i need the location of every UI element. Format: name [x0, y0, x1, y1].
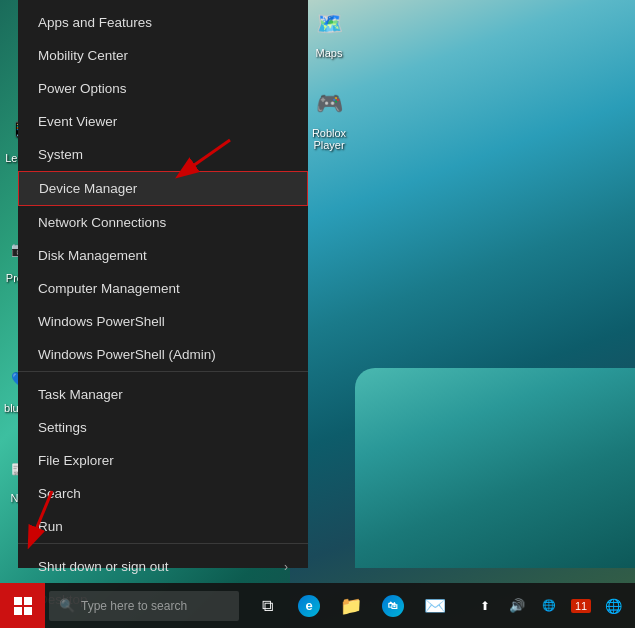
mail-icon: ✉️	[424, 595, 446, 617]
tray-icon-1[interactable]: ⬆	[471, 592, 499, 620]
menu-item-label-computer-management: Computer Management	[38, 281, 180, 296]
menu-item-label-disk-management: Disk Management	[38, 248, 147, 263]
store-icon: 🛍	[382, 595, 404, 617]
menu-item-mobility-center[interactable]: Mobility Center	[18, 39, 308, 72]
windows-logo-icon	[14, 597, 32, 615]
menu-item-label-device-manager: Device Manager	[39, 181, 137, 196]
menu-item-label-system: System	[38, 147, 83, 162]
tray-sound-icon[interactable]: 🔊	[503, 592, 531, 620]
sound-icon: 🔊	[509, 598, 525, 613]
search-bar[interactable]: 🔍 Type here to search	[49, 591, 239, 621]
menu-item-shut-down-sign-out[interactable]: Shut down or sign out›	[18, 550, 308, 583]
search-icon: 🔍	[59, 598, 75, 613]
tray-icon-shape-1: ⬆	[480, 599, 490, 613]
context-menu: Apps and FeaturesMobility CenterPower Op…	[18, 0, 308, 568]
folder-icon: 📁	[340, 595, 362, 617]
pool-decoration	[355, 368, 635, 568]
system-tray: ⬆ 🔊 🌐 11 🌐	[471, 592, 635, 620]
mail-taskbar-icon[interactable]: ✉️	[415, 583, 455, 628]
menu-item-label-run: Run	[38, 519, 63, 534]
menu-item-search[interactable]: Search	[18, 477, 308, 510]
menu-item-computer-management[interactable]: Computer Management	[18, 272, 308, 305]
search-placeholder: Type here to search	[81, 599, 229, 613]
menu-item-apps-features[interactable]: Apps and Features	[18, 6, 308, 39]
menu-item-label-file-explorer: File Explorer	[38, 453, 114, 468]
tray-network-icon[interactable]: 🌐	[535, 592, 563, 620]
roblox-app-icon: 🎮	[310, 85, 348, 123]
menu-item-label-windows-powershell-admin: Windows PowerShell (Admin)	[38, 347, 216, 362]
file-explorer-taskbar-icon[interactable]: 📁	[331, 583, 371, 628]
menu-item-label-power-options: Power Options	[38, 81, 127, 96]
store-taskbar-icon[interactable]: 🛍	[373, 583, 413, 628]
menu-item-label-network-connections: Network Connections	[38, 215, 166, 230]
tray-battery-icon[interactable]: 11	[567, 592, 595, 620]
maps-label: Maps	[310, 47, 348, 59]
menu-item-network-connections[interactable]: Network Connections	[18, 206, 308, 239]
roblox-label: RobloxPlayer	[310, 127, 348, 151]
menu-item-windows-powershell-admin[interactable]: Windows PowerShell (Admin)	[18, 338, 308, 372]
menu-item-file-explorer[interactable]: File Explorer	[18, 444, 308, 477]
maps-icon-container[interactable]: 🗺️ Maps	[310, 5, 348, 59]
menu-item-label-apps-features: Apps and Features	[38, 15, 152, 30]
maps-app-icon: 🗺️	[310, 5, 348, 43]
menu-item-power-options[interactable]: Power Options	[18, 72, 308, 105]
edge-browser-icon[interactable]: e	[289, 583, 329, 628]
menu-item-label-windows-powershell: Windows PowerShell	[38, 314, 165, 329]
edge-icon: e	[298, 595, 320, 617]
menu-item-system[interactable]: System	[18, 138, 308, 171]
battery-icon: 11	[571, 599, 591, 613]
menu-item-run[interactable]: Run	[18, 510, 308, 544]
menu-item-device-manager[interactable]: Device Manager	[18, 171, 308, 206]
menu-item-label-event-viewer: Event Viewer	[38, 114, 117, 129]
taskbar-pinned-icons: ⧉ e 📁 🛍 ✉️	[247, 583, 455, 628]
start-button[interactable]	[0, 583, 45, 628]
menu-item-disk-management[interactable]: Disk Management	[18, 239, 308, 272]
desktop: 🗺️ Maps 🎮 RobloxPlayer 📱 Lea... 📷 Pro...…	[0, 0, 635, 628]
globe-tray-icon: 🌐	[605, 598, 622, 614]
tray-globe-icon[interactable]: 🌐	[599, 592, 627, 620]
taskbar: 🔍 Type here to search ⧉ e 📁 🛍 ✉️	[0, 583, 635, 628]
menu-item-event-viewer[interactable]: Event Viewer	[18, 105, 308, 138]
menu-item-label-mobility-center: Mobility Center	[38, 48, 128, 63]
menu-item-label-task-manager: Task Manager	[38, 387, 123, 402]
menu-item-label-shut-down-sign-out: Shut down or sign out	[38, 559, 169, 574]
menu-item-task-manager[interactable]: Task Manager	[18, 378, 308, 411]
task-view-icon: ⧉	[262, 597, 273, 615]
menu-item-settings[interactable]: Settings	[18, 411, 308, 444]
roblox-icon-container[interactable]: 🎮 RobloxPlayer	[310, 85, 348, 151]
menu-item-windows-powershell[interactable]: Windows PowerShell	[18, 305, 308, 338]
menu-item-arrow-shut-down-sign-out: ›	[284, 560, 288, 574]
menu-item-label-search: Search	[38, 486, 81, 501]
task-view-button[interactable]: ⧉	[247, 583, 287, 628]
network-icon: 🌐	[542, 599, 556, 612]
menu-item-label-settings: Settings	[38, 420, 87, 435]
